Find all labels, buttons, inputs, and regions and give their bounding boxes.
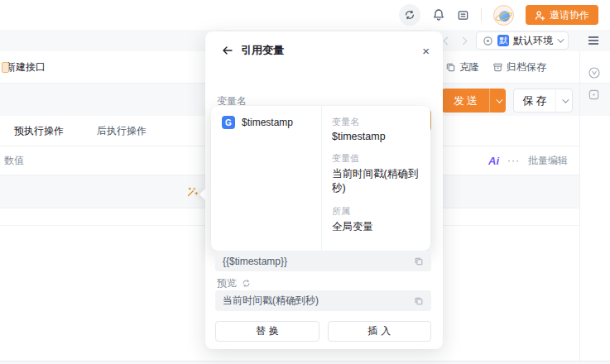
- back-icon[interactable]: [222, 45, 233, 56]
- chevron-down-icon: [557, 36, 564, 42]
- modal-title: 引用变量: [241, 43, 284, 58]
- value-column-header: 数值: [4, 146, 24, 175]
- bell-icon[interactable]: [432, 8, 445, 22]
- global-variable-icon: G: [222, 116, 235, 129]
- tab-new-api-label: 新建接口: [6, 60, 46, 74]
- magic-wand-icon[interactable]: [185, 185, 199, 201]
- chevron-down-icon: [496, 96, 502, 103]
- suggestion-name: $timestamp: [242, 117, 293, 128]
- table-header-actions: Ai ··· 批量编辑: [488, 146, 568, 175]
- detail-scope-value: 全局变量: [332, 220, 420, 234]
- changelog-icon[interactable]: [457, 9, 469, 22]
- divider: [481, 8, 482, 22]
- insert-button[interactable]: 插入: [328, 321, 432, 342]
- code-panel-icon[interactable]: [588, 89, 600, 103]
- invite-collaborate-button[interactable]: 邀请协作: [526, 5, 598, 25]
- preview-row: 预览: [217, 276, 251, 290]
- send-label: 发送: [442, 89, 489, 113]
- suggestion-list: G $timestamp: [211, 106, 321, 251]
- nav-forward-icon[interactable]: [459, 36, 468, 45]
- expression-text: {{$timestamp}}: [223, 256, 287, 267]
- archive-icon: [492, 62, 503, 73]
- archive-label: 归档保存: [507, 60, 546, 74]
- avatar[interactable]: [493, 5, 514, 26]
- suggestion-dropdown: G $timestamp 变量名 $timestamp 变量值 当前时间戳(精确…: [211, 106, 430, 251]
- archive-save-button[interactable]: 归档保存: [492, 60, 546, 74]
- preview-label: 预览: [217, 276, 237, 290]
- top-bar: 邀请协作: [0, 0, 610, 30]
- save-dropdown-button[interactable]: [555, 89, 572, 112]
- variable-detail-panel: 变量名 $timestamp 变量值 当前时间戳(精确到秒) 所属 全局变量: [321, 106, 430, 251]
- env-name: 默认环境: [513, 34, 553, 48]
- top-bar-actions: 邀请协作: [399, 0, 598, 30]
- divider: [579, 51, 580, 361]
- save-label: 保存: [514, 89, 555, 112]
- reference-variable-modal: 引用变量 × 变量名 G $timestamp 变量名 $timestamp 变…: [205, 31, 443, 349]
- tab-new-api[interactable]: 新建接口: [6, 51, 46, 83]
- menu-icon[interactable]: [588, 36, 598, 45]
- version-icon[interactable]: [588, 66, 601, 82]
- chevron-down-icon: [562, 96, 569, 103]
- detail-name-label: 变量名: [332, 116, 420, 128]
- refresh-icon[interactable]: [242, 279, 251, 288]
- ai-button[interactable]: Ai: [488, 155, 499, 167]
- detail-value-label: 变量值: [332, 152, 420, 165]
- invite-label: 邀请协作: [550, 8, 589, 22]
- copy-icon[interactable]: [414, 296, 424, 306]
- tab-icon: [2, 62, 9, 73]
- expression-field: {{$timestamp}}: [215, 251, 431, 271]
- detail-scope-label: 所属: [332, 205, 420, 218]
- env-badge: 默: [497, 35, 509, 46]
- tab-pre-operations[interactable]: 预执行操作: [14, 116, 64, 146]
- sync-icon[interactable]: [399, 4, 420, 26]
- preview-value-field: 当前时间戳(精确到秒): [215, 290, 431, 311]
- suggestion-item-timestamp[interactable]: G $timestamp: [216, 111, 316, 134]
- tab-post-operations[interactable]: 后执行操作: [97, 116, 146, 146]
- send-button[interactable]: 发送: [442, 89, 506, 113]
- send-dropdown-button[interactable]: [489, 89, 506, 113]
- app-window: 邀请协作 默 默认环境 新建接口: [0, 0, 610, 364]
- target-icon: [483, 36, 493, 46]
- clone-button[interactable]: 克隆: [445, 60, 479, 74]
- detail-name-value: $timestamp: [332, 131, 420, 142]
- preview-value-text: 当前时间戳(精确到秒): [223, 294, 319, 308]
- save-button[interactable]: 保存: [513, 89, 573, 113]
- more-icon[interactable]: ···: [507, 155, 520, 166]
- replace-button[interactable]: 替换: [215, 321, 319, 342]
- environment-select[interactable]: 默 默认环境: [476, 31, 569, 50]
- clone-label: 克隆: [459, 60, 479, 74]
- nav-back-icon[interactable]: [444, 36, 452, 45]
- footer-bar: [0, 361, 610, 364]
- modal-header: 引用变量 ×: [205, 31, 443, 58]
- modal-buttons: 替换 插入: [215, 321, 431, 342]
- person-add-icon: [535, 10, 545, 21]
- detail-value-value: 当前时间戳(精确到秒): [332, 167, 420, 195]
- close-icon[interactable]: ×: [422, 45, 430, 57]
- copy-icon[interactable]: [414, 256, 424, 266]
- batch-edit-button[interactable]: 批量编辑: [528, 154, 568, 168]
- clone-icon: [445, 62, 456, 73]
- environment-bar-actions: 默 默认环境: [444, 30, 598, 51]
